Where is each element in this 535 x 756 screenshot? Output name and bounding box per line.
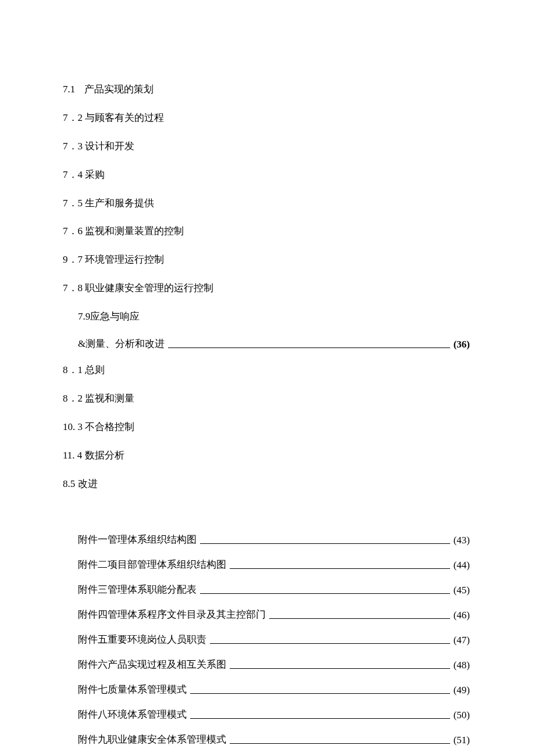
appendix-item: 附件一管理体系组织结构图 (43): [63, 533, 472, 546]
toc-item: 7．5 生产和服务提供: [63, 195, 472, 212]
appendix-label: 附件三管理体系职能分配表: [78, 583, 197, 596]
toc-heading: &测量、分析和改进 (36): [63, 337, 472, 350]
leader-rule: [230, 743, 450, 744]
page-number: (46): [454, 610, 472, 621]
appendix-label: 附件二项目部管理体系组织结构图: [78, 558, 226, 571]
toc-item: 9．7 环境管理运行控制: [63, 252, 472, 268]
appendix-label: 附件五重要环境岗位人员职责: [78, 633, 206, 646]
toc-item: 8．1 总则: [63, 362, 472, 379]
appendix-item: 附件五重要环境岗位人员职责 (47): [63, 633, 472, 646]
toc-item: 7．2 与顾客有关的过程: [63, 110, 472, 127]
appendix-item: 附件九职业健康安全体系管理模式 (51): [63, 733, 472, 746]
leader-rule: [210, 643, 450, 644]
page-number: (51): [454, 734, 472, 746]
page-number: (43): [454, 535, 472, 546]
appendix-item: 附件七质量体系管理模式 (49): [63, 683, 472, 696]
page-number: (36): [454, 339, 472, 350]
toc-item: 7．4 采购: [63, 167, 472, 184]
heading-label: &测量、分析和改进: [78, 337, 165, 350]
appendix-label: 附件九职业健康安全体系管理模式: [78, 733, 226, 746]
toc-item: 7．8 职业健康安全管理的运行控制: [63, 280, 472, 297]
page-number: (48): [454, 660, 472, 671]
appendix-section: 附件一管理体系组织结构图 (43) 附件二项目部管理体系组织结构图 (44) 附…: [63, 533, 472, 746]
page-number: (44): [454, 560, 472, 571]
leader-rule: [269, 618, 450, 619]
leader-rule: [230, 568, 450, 569]
leader-rule: [230, 668, 450, 669]
appendix-item: 附件六产品实现过程及相互关系图 (48): [63, 658, 472, 671]
toc-item: 11. 4 数据分析: [63, 447, 472, 464]
leader-rule: [168, 347, 450, 348]
toc-item: 7．3 设计和开发: [63, 138, 472, 155]
toc-section-8: 8．1 总则 8．2 监视和测量 10. 3 不合格控制 11. 4 数据分析 …: [63, 362, 472, 492]
toc-item: 7.1产品实现的策划: [63, 81, 472, 98]
page-number: (45): [454, 585, 472, 596]
appendix-item: 附件三管理体系职能分配表 (45): [63, 583, 472, 596]
document-page: 7.1产品实现的策划 7．2 与顾客有关的过程 7．3 设计和开发 7．4 采购…: [0, 0, 535, 756]
appendix-label: 附件六产品实现过程及相互关系图: [78, 658, 226, 671]
page-number: (50): [454, 710, 472, 721]
appendix-label: 附件四管理体系程序文件目录及其主控部门: [78, 608, 266, 621]
appendix-item: 附件四管理体系程序文件目录及其主控部门 (46): [63, 608, 472, 621]
toc-section-7: 7.1产品实现的策划 7．2 与顾客有关的过程 7．3 设计和开发 7．4 采购…: [63, 81, 472, 325]
page-number: (47): [454, 635, 472, 646]
page-number: (49): [454, 685, 472, 696]
toc-item: 10. 3 不合格控制: [63, 419, 472, 436]
appendix-label: 附件八环境体系管理模式: [78, 708, 187, 721]
leader-rule: [190, 718, 450, 719]
toc-item: 7.9应急与响应: [63, 309, 472, 325]
spacer: [63, 504, 472, 533]
toc-item: 8.5 改进: [63, 476, 472, 493]
appendix-item: 附件八环境体系管理模式 (50): [63, 708, 472, 721]
toc-item: 8．2 监视和测量: [63, 390, 472, 407]
leader-rule: [200, 543, 450, 544]
appendix-label: 附件一管理体系组织结构图: [78, 533, 197, 546]
toc-item: 7．6 监视和测量装置的控制: [63, 223, 472, 240]
appendix-item: 附件二项目部管理体系组织结构图 (44): [63, 558, 472, 571]
appendix-label: 附件七质量体系管理模式: [78, 683, 187, 696]
leader-rule: [200, 593, 450, 594]
leader-rule: [190, 693, 450, 694]
